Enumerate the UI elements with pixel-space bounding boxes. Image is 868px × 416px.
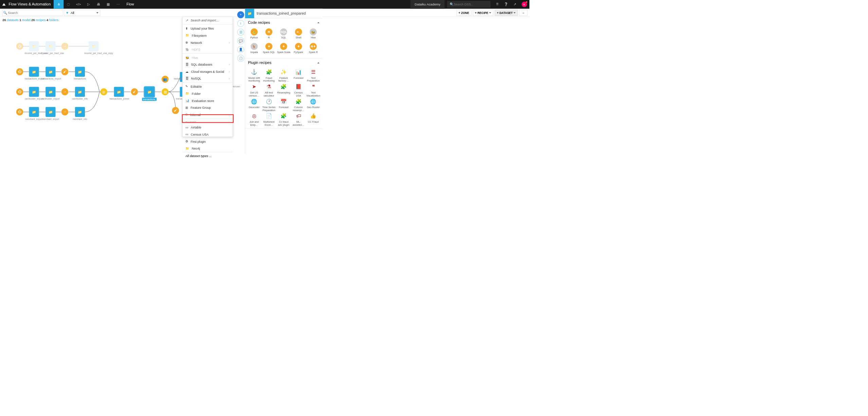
plugin-recipe[interactable]: ☰Text Preparation	[306, 69, 320, 83]
code-recipe-impala[interactable]: 🦌Impala	[247, 43, 261, 56]
play-icon[interactable]: ▷	[84, 0, 93, 9]
user-tab[interactable]: 👤	[237, 46, 244, 53]
dd-eval[interactable]: 📊Evaluation store	[182, 97, 233, 104]
dd-airtable[interactable]: ▭Airtable	[182, 124, 233, 131]
add-dataset-button[interactable]: + DATASET	[495, 10, 518, 16]
recipe-node[interactable]: ▥	[162, 88, 169, 96]
add-tab[interactable]: +	[237, 11, 244, 18]
academy-link[interactable]: Dataiku Academy	[411, 0, 445, 9]
app-logo[interactable]	[0, 0, 8, 9]
code-recipe-pyspark[interactable]: ✦PySpark	[291, 43, 305, 56]
chat-tab[interactable]: 💬	[237, 37, 244, 45]
dd-nosql[interactable]: 🗄NoSQL	[182, 75, 233, 82]
list-tab[interactable]: ☰	[237, 29, 244, 36]
dd-search-import[interactable]: ↗Search and import…	[182, 17, 233, 24]
code-recipe-python[interactable]: 🐍Python	[247, 29, 261, 42]
arrow-icon[interactable]: ↗	[510, 0, 519, 9]
plugin-recipe[interactable]: 👍CC Fraud	[306, 112, 320, 126]
plugin-recipe[interactable]: 📅Forecast	[277, 98, 291, 112]
dd-feature-group[interactable]: ⊞Feature Group	[182, 104, 233, 111]
apps-icon[interactable]: ⠿	[493, 0, 502, 9]
dd-folder[interactable]: 📁Folder	[182, 90, 233, 97]
dataset-node[interactable]: 📁	[114, 87, 124, 97]
print-icon[interactable]: 🖶	[93, 0, 103, 9]
dd-sql[interactable]: 🗄SQL databases	[182, 61, 233, 68]
code-recipe-spark-scala[interactable]: ✦Spark Scala	[277, 43, 291, 56]
dd-cloud[interactable]: ☁Cloud storages & Social	[182, 68, 233, 75]
recipe-node[interactable]: 🖌	[172, 107, 179, 114]
plugin-recipe[interactable]: 🌐Geocoder	[247, 98, 261, 112]
plugin-recipe[interactable]: 🕐Time Series Preparation	[262, 98, 276, 112]
dataset-node[interactable]: 📁	[75, 107, 85, 117]
dataset-node[interactable]: 📁	[29, 67, 39, 76]
flow-search-input[interactable]	[8, 11, 62, 14]
plugin-recipe[interactable]: 📄Multisheet Excel…	[262, 112, 276, 126]
more-icon[interactable]: ⋯	[113, 0, 123, 9]
cycle-icon[interactable]: ◌	[64, 0, 73, 9]
share-icon[interactable]: ⋔	[54, 0, 64, 9]
help-icon[interactable]: ❔	[502, 0, 510, 9]
plugin-recipe[interactable]: 🏷ML-assisted…	[291, 112, 305, 126]
plugin-recipe[interactable]: ➤Get US census…	[247, 83, 261, 97]
dataset-node[interactable]: 📁	[46, 41, 55, 51]
dd-network[interactable]: ⊕Network	[182, 39, 233, 46]
code-recipe-r[interactable]: RR	[262, 29, 276, 42]
filter-dropdown[interactable]: ▼ All	[64, 10, 100, 16]
flow-search[interactable]: 🔍	[2, 10, 62, 16]
info-tab[interactable]: i	[237, 20, 244, 27]
code-recipe-sql[interactable]: SQLSQL	[277, 29, 291, 42]
recipe-node[interactable]: ⏻	[16, 108, 23, 116]
plugin-recipe[interactable]: 📕Census USA	[291, 83, 305, 97]
plugin-recipe[interactable]: ✨Feature factory:…	[277, 69, 291, 83]
code-recipe-hive[interactable]: 🐝Hive	[306, 29, 320, 42]
global-search-input[interactable]	[454, 3, 488, 6]
dataset-node[interactable]: 📁	[75, 67, 85, 76]
plugin-recipe[interactable]: 🧩Fraud monitoring	[262, 69, 276, 83]
dd-upload[interactable]: ⬆Upload your files	[182, 25, 233, 32]
panel-toggle-button[interactable]: →	[519, 10, 527, 16]
plugin-recipe[interactable]: 📊Forecast	[291, 69, 305, 83]
dd-census-usa[interactable]: ▭Census USA	[182, 131, 233, 138]
recipe-node[interactable]: 👥	[162, 76, 169, 83]
code-recipe-shell[interactable]: >_Shell	[291, 29, 305, 42]
dd-filesystem[interactable]: 📁Filesystem	[182, 32, 233, 39]
dataset-node[interactable]: 📁	[46, 107, 55, 117]
clock-tab[interactable]: 🕐	[237, 55, 244, 62]
plugin-recipe[interactable]: ⚗AB test calculator	[262, 83, 276, 97]
flow-tab[interactable]: Flow	[123, 2, 137, 6]
plugin-recipe[interactable]: 🌐Geo Router	[306, 98, 320, 112]
user-avatar[interactable]: K	[522, 2, 527, 7]
dataset-node[interactable]: 📁	[29, 87, 39, 97]
recipe-node[interactable]: →	[61, 108, 69, 116]
section-header[interactable]: Plugin recipes	[245, 58, 323, 67]
recipe-node[interactable]: ⏻	[16, 88, 23, 96]
global-search[interactable]: 🔍	[447, 1, 490, 8]
section-header[interactable]: Code recipes	[245, 18, 323, 27]
dataset-node[interactable]: 📁	[75, 87, 85, 97]
dd-first-plugin[interactable]: ⚙First plugin	[182, 138, 233, 145]
recipe-node[interactable]: ⏻	[16, 68, 23, 75]
recipe-node[interactable]: 🖌	[131, 88, 138, 96]
layout-icon[interactable]: ▦	[103, 0, 113, 9]
dataset-node[interactable]: 📁	[46, 87, 55, 97]
dataset-node[interactable]: 📁	[46, 67, 55, 76]
dd-neo4j[interactable]: 📁Neo4j	[182, 145, 233, 152]
dd-internal[interactable]: ୦Internal	[182, 111, 233, 118]
plugin-recipe[interactable]: 🧩Column resampl…	[291, 98, 305, 112]
code-icon[interactable]: </>	[73, 0, 83, 9]
dataset-node[interactable]: 📁	[29, 107, 39, 117]
dd-all-types[interactable]: All dataset types ...	[182, 152, 233, 160]
add-recipe-button[interactable]: + RECIPE	[473, 10, 493, 16]
recipe-node[interactable]: →	[61, 43, 69, 50]
code-recipe-spark-r[interactable]: R✦Spark R	[306, 43, 320, 56]
add-zone-button[interactable]: + ZONE	[456, 10, 472, 16]
plugin-recipe[interactable]: ⚓Model drift monitoring	[247, 69, 261, 83]
plugin-recipe[interactable]: ◎Join and keep…	[247, 112, 261, 126]
join-recipe[interactable]: ◎	[100, 88, 107, 96]
recipe-node[interactable]: ⏻	[16, 43, 23, 50]
plugin-recipe[interactable]: ❝Text Visualization	[306, 83, 320, 97]
dataset-node[interactable]: 📁	[89, 41, 98, 51]
dd-editable[interactable]: ✎Editable	[182, 83, 233, 90]
dataset-node[interactable]: 📁	[29, 41, 39, 51]
dataset-node-selected[interactable]: 📁	[144, 87, 154, 97]
